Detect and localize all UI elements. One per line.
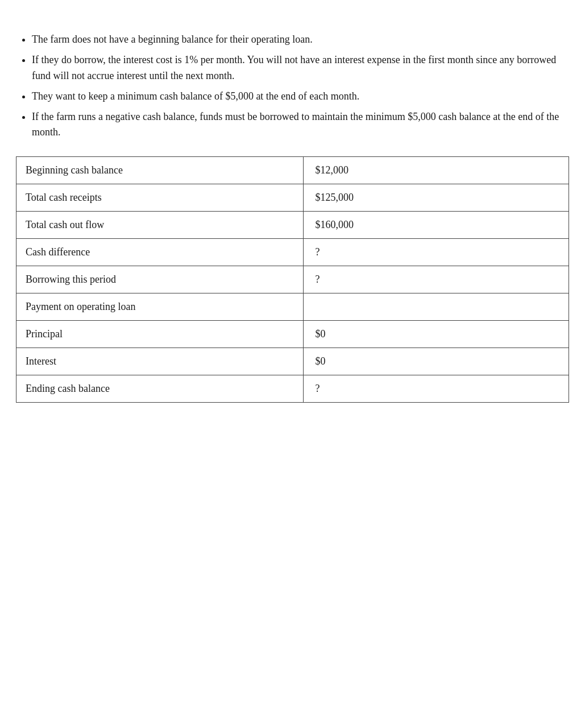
bullet-list: The farm does not have a beginning balan… [32, 32, 569, 140]
table-cell-value: $0 [304, 348, 569, 375]
bullet-item-1: The farm does not have a beginning balan… [32, 32, 569, 48]
table-cell-label: Beginning cash balance [16, 157, 304, 184]
table-cell-label: Principal [16, 321, 304, 348]
table-row: Beginning cash balance$12,000 [16, 157, 569, 184]
table-cell-value: $0 [304, 321, 569, 348]
table-row: Total cash receipts$125,000 [16, 184, 569, 212]
table-cell-value: $125,000 [304, 184, 569, 212]
table-cell-label: Ending cash balance [16, 375, 304, 403]
table-cell-value: $160,000 [304, 212, 569, 239]
table-cell-value: $12,000 [304, 157, 569, 184]
funds-table: Beginning cash balance$12,000Total cash … [16, 156, 569, 403]
table-row: Borrowing this period? [16, 266, 569, 293]
table-row: Principal$0 [16, 321, 569, 348]
bullet-item-3: They want to keep a minimum cash balance… [32, 89, 569, 105]
table-cell-label: Cash difference [16, 239, 304, 266]
table-cell-label: Borrowing this period [16, 266, 304, 293]
table-row: Interest$0 [16, 348, 569, 375]
table-row: Cash difference? [16, 239, 569, 266]
bullet-item-2: If they do borrow, the interest cost is … [32, 52, 569, 84]
table-cell-value: ? [304, 375, 569, 403]
table-row: Payment on operating loan [16, 293, 569, 321]
table-cell-value: ? [304, 266, 569, 293]
table-cell-label: Interest [16, 348, 304, 375]
bullet-item-4: If the farm runs a negative cash balance… [32, 109, 569, 141]
table-row: Total cash out flow$160,000 [16, 212, 569, 239]
table-row: Ending cash balance? [16, 375, 569, 403]
table-cell-label: Total cash receipts [16, 184, 304, 212]
table-cell-label: Payment on operating loan [16, 293, 304, 321]
table-cell-value: ? [304, 239, 569, 266]
table-cell-value [304, 293, 569, 321]
table-cell-label: Total cash out flow [16, 212, 304, 239]
